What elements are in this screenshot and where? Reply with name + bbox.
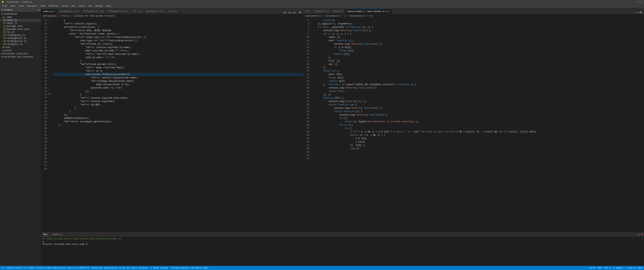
- line-number: 63: [41, 150, 47, 154]
- line-number: 21: [304, 73, 309, 76]
- breadcrumb-text: addlogging() > enter() > callback for no…: [43, 15, 116, 17]
- tree-item-scratches[interactable]: ▶ Scratches and Consoles: [0, 55, 41, 59]
- code-line: enter: "kw">function (node, parent) {: [53, 32, 303, 36]
- left-code-area[interactable]: 24 25 26 27 28 29 30 31 32 33 34 35 36 3…: [41, 18, 303, 232]
- right-search-icon[interactable]: 🔍: [640, 12, 642, 14]
- menu-view[interactable]: View: [18, 5, 25, 8]
- line-number: 5: [304, 19, 309, 22]
- tab-res1buguolv1js[interactable]: res1buguolv1.js ✕: [81, 9, 106, 14]
- tab-close-icon[interactable]: ✕: [77, 10, 79, 13]
- run-icon[interactable]: ▶: [638, 233, 640, 236]
- line-number: 37: [41, 63, 47, 66]
- gutter-empty: [49, 48, 52, 52]
- tree-label: res.js: [6, 31, 14, 34]
- tab-typescript[interactable]: typescript@3.1.7.main.bundle.d.ts ✕: [345, 9, 392, 14]
- tab-close-icon[interactable]: ✕: [127, 10, 128, 13]
- tree-item-resjs[interactable]: JS res.js: [0, 31, 41, 34]
- tab-close-icon[interactable]: ✕: [175, 10, 177, 13]
- tab-test2[interactable]: test2 ✕: [166, 9, 179, 14]
- tab-close-icon[interactable]: ✕: [140, 10, 142, 13]
- menu-window[interactable]: Window: [94, 5, 104, 8]
- gutter-empty: [49, 79, 52, 82]
- tab-close-icon[interactable]: ✕: [102, 10, 104, 13]
- status-warnings: ⚠ 1799 of 2033: [625, 267, 642, 269]
- gutter-empty: [49, 167, 52, 170]
- tab-indexjs[interactable]: index.js ✕: [41, 9, 57, 14]
- gutter-empty: [49, 75, 52, 79]
- status-encoding[interactable]: UTF-8: [605, 267, 611, 269]
- line-number: 57: [41, 130, 47, 133]
- tab-inputjs[interactable]: input.js: [331, 9, 345, 14]
- tab-close-icon[interactable]: ✕: [54, 10, 55, 13]
- tab-res1buguolv2js[interactable]: res1buguolv2.js ✕: [106, 9, 130, 14]
- menu-refactor[interactable]: Refactor: [47, 5, 60, 8]
- menu-help[interactable]: Help: [105, 5, 112, 8]
- bottom-tab-run[interactable]: Run: [41, 232, 50, 237]
- code-line: "cm">// "kw">if(!msp1.has(node.id.name)): [53, 53, 303, 56]
- tree-item-external-libraries[interactable]: ▶ External Libraries: [0, 52, 41, 55]
- tree-item-test[interactable]: ▶ test: [0, 46, 41, 49]
- line-number: 15: [304, 53, 309, 56]
- line-number: 28: [304, 96, 309, 100]
- line-number: 40: [304, 137, 309, 140]
- tree-item-indexjs[interactable]: JS index.js: [0, 19, 41, 22]
- search-icon[interactable]: 🔍: [299, 12, 302, 14]
- tab-close-icon[interactable]: ✕: [163, 10, 164, 13]
- code-line: addBeforeCode(ast);: [53, 117, 303, 120]
- line-number: 30: [41, 39, 47, 42]
- bottom-tab-indexjs[interactable]: index.js: [50, 232, 65, 237]
- tab-estraversejs[interactable]: estraverse.js ✕: [144, 9, 166, 14]
- tree-item-res1guolvjs[interactable]: JS res1guolv.js: [0, 43, 41, 46]
- tab-test[interactable]: test: [304, 9, 312, 14]
- code-line: if (i & 8[0]): [312, 46, 644, 49]
- tab-resjs[interactable]: res.js ✕: [130, 9, 144, 14]
- tree-item-idea[interactable]: ▶ .idea: [0, 16, 41, 19]
- menu-code[interactable]: Code: [39, 5, 47, 8]
- tree-item-packagelockjson[interactable]: {} package-lock.json: [0, 28, 41, 31]
- menu-tools[interactable]: Tools: [77, 5, 86, 8]
- gutter-empty: [49, 89, 52, 92]
- file-icon-json: {}: [3, 28, 6, 31]
- titlebar-left: 💡 testespree - index.js: [2, 1, 32, 3]
- tab-res1buguolvjs[interactable]: res1buguolv.js ✕: [57, 9, 81, 14]
- editor-info-lines: ▲5 ↓16 ≡24 ↕: [284, 12, 298, 14]
- tree-item-res1buguolv1js[interactable]: JS res1buguolv1.js: [0, 37, 41, 40]
- gutter-empty: [49, 65, 52, 69]
- tree-item-res1buguolvjs[interactable]: JS res1buguolv.js: [0, 34, 41, 37]
- maximize-btn[interactable]: □: [638, 1, 640, 3]
- menu-navigate[interactable]: Navigate: [26, 5, 38, 8]
- tree-item-packagejson[interactable]: {} package.json: [0, 25, 41, 28]
- line-number: 44: [304, 150, 309, 154]
- tree-item-inputjs[interactable]: JS input.js: [0, 22, 41, 25]
- line-number: 39: [304, 133, 309, 137]
- tree-item-root[interactable]: ▼ testespree: [0, 13, 41, 16]
- file-icon-js: JS: [3, 31, 6, 34]
- code-line: "cm">// mapp ="kw">new Map();: [53, 66, 303, 69]
- right-code-area[interactable]: 5 6 7 8 9 10 11 12 13 14 15 16 17 18 19 …: [304, 18, 644, 232]
- stop-icon[interactable]: ■: [641, 233, 642, 236]
- tree-item-res1buguolv2js[interactable]: JS res1buguolv2.js: [0, 40, 41, 43]
- menu-run[interactable]: Run: [70, 5, 77, 8]
- code-line: if (r): [312, 117, 644, 120]
- left-code-content[interactable]: } "cm">// console.log(est); estraverse.t…: [52, 18, 303, 232]
- line-number: 24: [41, 19, 47, 22]
- gutter-empty: [49, 52, 52, 55]
- tree-item-test2[interactable]: ▶ test2: [0, 49, 41, 52]
- menu-file[interactable]: File: [1, 5, 8, 8]
- gutter-empty: [49, 21, 52, 25]
- close-btn[interactable]: ✕: [641, 1, 642, 3]
- status-line-ending[interactable]: CRLF: [598, 267, 602, 269]
- menu-build[interactable]: Build: [60, 5, 70, 8]
- right-code-content[interactable]: return e; }).apply(this, arguments); s =…: [311, 18, 644, 232]
- left-breadcrumb: addlogging() > enter() > callback for no…: [41, 14, 303, 18]
- status-indent[interactable]: 4 spaces: [613, 267, 623, 269]
- menu-vcs[interactable]: VCS: [87, 5, 94, 8]
- gutter-empty: [49, 153, 52, 156]
- menu-edit[interactable]: Edit: [9, 5, 17, 8]
- tab-res1guolvjs[interactable]: res1guolv.js: [312, 9, 331, 14]
- panel-gear-icon[interactable]: ⚙: [38, 9, 40, 11]
- tab-close-icon[interactable]: ✕: [388, 10, 390, 13]
- minimize-btn[interactable]: ─: [636, 1, 637, 3]
- license-warning[interactable]: License expires in 3 days: IntelliJ IDEA…: [6, 267, 208, 269]
- line-number: 36: [304, 123, 309, 127]
